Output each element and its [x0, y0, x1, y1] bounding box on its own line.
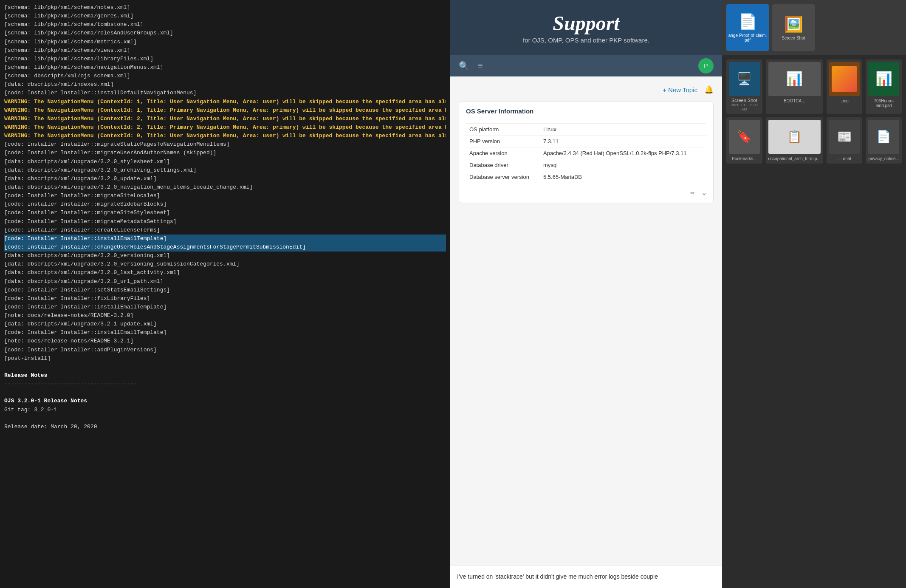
- log-line: [code: Installer Installer::migrateUserA…: [4, 149, 446, 157]
- log-line: [schema: lib/pkp/xml/schema/rolesAndUser…: [4, 29, 446, 37]
- thumb-item-privacy[interactable]: 📄 privacy_notice...: [866, 117, 902, 164]
- top-files-bar: 📄 ange-Proof-of-claim.pdf 🖼️ Screen Shot: [722, 0, 906, 55]
- log-line: WARNING: The NavigationMenu (ContextId: …: [4, 123, 446, 132]
- thumb-item-psd[interactable]: 📊 706Home-land.psd: [866, 59, 902, 114]
- log-line: [note: docs/release-notes/README-3.2.1]: [4, 337, 446, 345]
- screenshot-icon: 🖼️: [784, 15, 803, 34]
- thumb-preview-psd: 📊: [868, 62, 899, 96]
- log-line: [schema: lib/pkp/xml/schema/libraryFiles…: [4, 55, 446, 63]
- new-topic-button[interactable]: + New Topic: [663, 86, 697, 93]
- thumb-item-arch-form[interactable]: 📋 occupational_arch_form.p...: [766, 117, 823, 164]
- bell-icon[interactable]: 🔔: [704, 85, 714, 94]
- journal-icon: 📰: [837, 130, 852, 144]
- log-line: [note: docs/release-notes/README-3.2.0]: [4, 311, 446, 320]
- thumb-item-png[interactable]: .png: [827, 59, 863, 114]
- table-cell-value: Linux: [540, 124, 706, 136]
- table-header-value: [540, 120, 706, 124]
- log-line: [data: dbscripts/xml/upgrade/3.2.0_style…: [4, 158, 446, 166]
- file-thumb-screenshot[interactable]: 🖼️ Screen Shot: [772, 4, 815, 51]
- thumb-item-screenshot[interactable]: 🖥️ Screen Shot 2020-10-... 8:02 AM: [726, 59, 762, 114]
- log-line: [4, 363, 446, 371]
- table-row: OS platformLinux: [466, 124, 706, 136]
- forum-content: + New Topic 🔔 OS Server Information OS p…: [450, 76, 722, 212]
- log-line: WARNING: The NavigationMenu (ContextId: …: [4, 115, 446, 123]
- bookmarks-icon: 🔖: [737, 130, 752, 144]
- log-line: [data: dbscripts/xml/upgrade/3.2.0_updat…: [4, 175, 446, 183]
- search-icon[interactable]: 🔍: [459, 61, 469, 71]
- edit-icon[interactable]: ✏️: [690, 187, 695, 197]
- log-line: ----------------------------------------: [4, 380, 446, 388]
- thumb-preview-bookmarks: 🔖: [729, 120, 760, 154]
- table-cell-value: 5.5.65-MariaDB: [540, 171, 706, 183]
- privacy-icon: 📄: [876, 130, 891, 144]
- thumbnails-grid: 🖥️ Screen Shot 2020-10-... 8:02 AM 📊 BOO…: [722, 55, 906, 168]
- support-forum-panel: Support for OJS, OMP, OPS and other PKP …: [450, 0, 722, 588]
- table-cell-value: mysql: [540, 159, 706, 171]
- server-info-section: OS Server Information OS platformLinuxPH…: [459, 101, 714, 203]
- thumb-label-png: .png: [840, 99, 848, 103]
- thumb-label-privacy: privacy_notice...: [869, 156, 899, 161]
- chart-icon: 📊: [786, 71, 803, 88]
- log-line: [code: Installer Installer::fixLibraryFi…: [4, 294, 446, 303]
- pdf-icon: 📄: [738, 13, 757, 31]
- log-line: [4, 388, 446, 397]
- thumb-item-journal[interactable]: 📰 ...urnal: [827, 117, 863, 164]
- file-thumb-screenshot-label: Screen Shot: [780, 36, 807, 40]
- log-line: WARNING: The NavigationMenu (ContextId: …: [4, 132, 446, 140]
- table-cell-name: OS platform: [466, 124, 540, 136]
- thumb-preview-png: [829, 62, 860, 96]
- thumb-item-bookmarks[interactable]: 🔖 Bookmarks...: [726, 117, 762, 164]
- log-line: OJS 3.2.0-1 Release Notes: [4, 397, 446, 405]
- file-thumb-pdf[interactable]: 📄 ange-Proof-of-claim.pdf: [726, 4, 769, 51]
- log-line: [code: Installer Installer::changeUserRo…: [4, 243, 446, 252]
- table-row: Database drivermysql: [466, 159, 706, 171]
- log-line: [schema: lib/pkp/xml/schema/notes.xml]: [4, 3, 446, 12]
- forum-nav-bar: 🔍 ≡ P: [450, 55, 722, 76]
- log-line: [data: dbscripts/xml/indexes.xml]: [4, 80, 446, 89]
- user-avatar[interactable]: P: [698, 58, 714, 74]
- arch-form-pdf-icon: 📋: [787, 130, 802, 144]
- log-line: [code: Installer Installer::addPluginVer…: [4, 346, 446, 354]
- log-line: Release date: March 20, 2020: [4, 423, 446, 431]
- log-line: [data: dbscripts/xml/upgrade/3.2.0_versi…: [4, 260, 446, 269]
- log-line: [code: Installer Installer::installEmail…: [4, 328, 446, 337]
- log-line: [code: Installer Installer::setStatsEmai…: [4, 286, 446, 294]
- log-line: [code: Installer Installer::migrateSiteL…: [4, 192, 446, 200]
- thumb-item-bootca[interactable]: 📊 BOOTCA...: [766, 59, 823, 114]
- log-line: [schema: lib/pkp/xml/schema/views.xml]: [4, 46, 446, 55]
- thumb-label-journal: ...urnal: [838, 156, 851, 161]
- forum-title: Support: [553, 11, 619, 35]
- action-icons-row: ✏️ ⌄: [466, 187, 706, 197]
- table-cell-name: Database driver: [466, 159, 540, 171]
- log-line: [schema: lib/pkp/xml/schema/navigationMe…: [4, 63, 446, 72]
- expand-icon[interactable]: ⌄: [702, 187, 706, 197]
- table-row: PHP version7.3.11: [466, 136, 706, 147]
- table-header-name: [466, 120, 540, 124]
- screenshot-thumb-icon: 🖥️: [737, 72, 752, 86]
- menu-icon[interactable]: ≡: [478, 61, 483, 71]
- thumb-preview-arch-form: 📋: [768, 120, 821, 154]
- forum-subtitle: for OJS, OMP, OPS and other PKP software…: [523, 37, 649, 44]
- log-line: [schema: lib/pkp/xml/schema/genres.xml]: [4, 12, 446, 20]
- thumb-date-screenshot: 2020-10-... 8:02 AM: [729, 103, 760, 111]
- thumb-label-bookmarks: Bookmarks...: [732, 156, 756, 161]
- log-line: [post-install]: [4, 354, 446, 363]
- thumb-label-arch-form: occupational_arch_form.p...: [768, 156, 821, 161]
- table-row: Database server version5.5.65-MariaDB: [466, 171, 706, 183]
- log-line: [data: dbscripts/xml/upgrade/3.2.0_archi…: [4, 166, 446, 175]
- log-line: [schema: dbscripts/xml/ojs_schema.xml]: [4, 72, 446, 80]
- bottom-post-text: I've turned on 'stacktrace' but it didn'…: [457, 572, 715, 581]
- thumb-label-psd: 706Home-land.psd: [868, 99, 899, 108]
- log-line: [code: Installer Installer::installDefau…: [4, 89, 446, 97]
- log-line: Release Notes: [4, 371, 446, 380]
- table-cell-name: Database server version: [466, 171, 540, 183]
- bottom-post-bar: I've turned on 'stacktrace' but it didn'…: [450, 565, 722, 588]
- log-line: [data: dbscripts/xml/upgrade/3.2.0_navig…: [4, 183, 446, 192]
- thumb-preview-screenshot: 🖥️: [729, 62, 760, 96]
- log-line: [code: Installer Installer::migrateSideb…: [4, 200, 446, 209]
- log-line: [schema: lib/pkp/xml/schema/metrics.xml]: [4, 38, 446, 46]
- table-cell-value: 7.3.11: [540, 136, 706, 147]
- table-cell-name: PHP version: [466, 136, 540, 147]
- thumb-label-bootca: BOOTCA...: [784, 99, 805, 103]
- log-line: [code: Installer Installer::installEmail…: [4, 303, 446, 311]
